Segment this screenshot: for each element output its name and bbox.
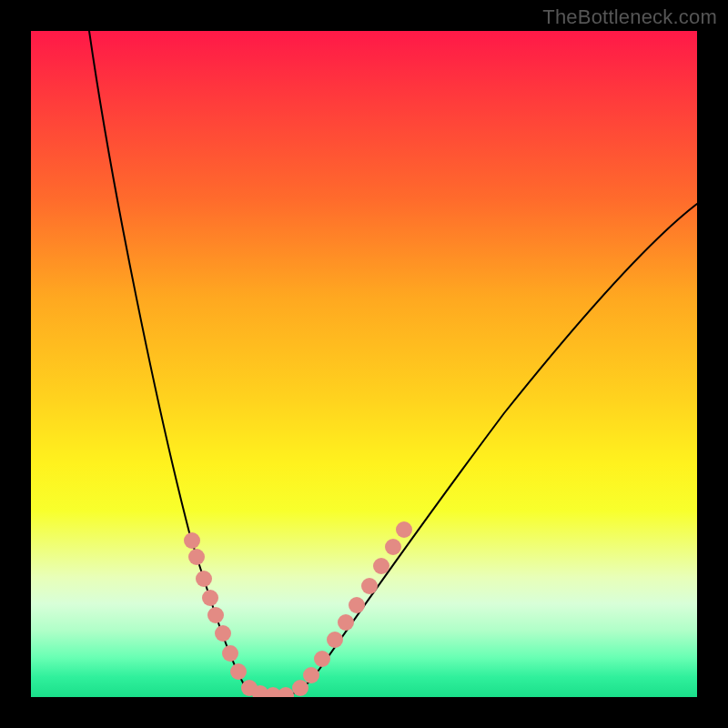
data-dot [338,614,354,631]
dots-bottom [252,685,294,697]
data-dot [361,578,378,594]
data-dot [215,625,231,642]
curve-left [89,31,277,697]
data-dot [292,680,308,696]
data-dot [196,571,212,587]
data-dot [278,687,294,697]
plot-area [31,31,697,697]
data-dot [385,539,401,555]
data-dot [222,645,238,662]
data-dot [188,549,205,565]
data-dot [230,663,247,680]
data-dot [396,521,412,538]
dots-right [292,521,412,696]
data-dot [303,667,319,683]
chart-frame: TheBottleneck.com [0,0,728,728]
chart-overlay [31,31,697,697]
data-dot [207,607,224,623]
data-dot [202,590,218,606]
data-dot [349,597,365,613]
data-dot [327,632,343,648]
watermark-text: TheBottleneck.com [542,5,717,29]
dots-left [184,532,258,696]
data-dot [373,558,389,574]
data-dot [314,651,330,667]
data-dot [184,532,200,549]
